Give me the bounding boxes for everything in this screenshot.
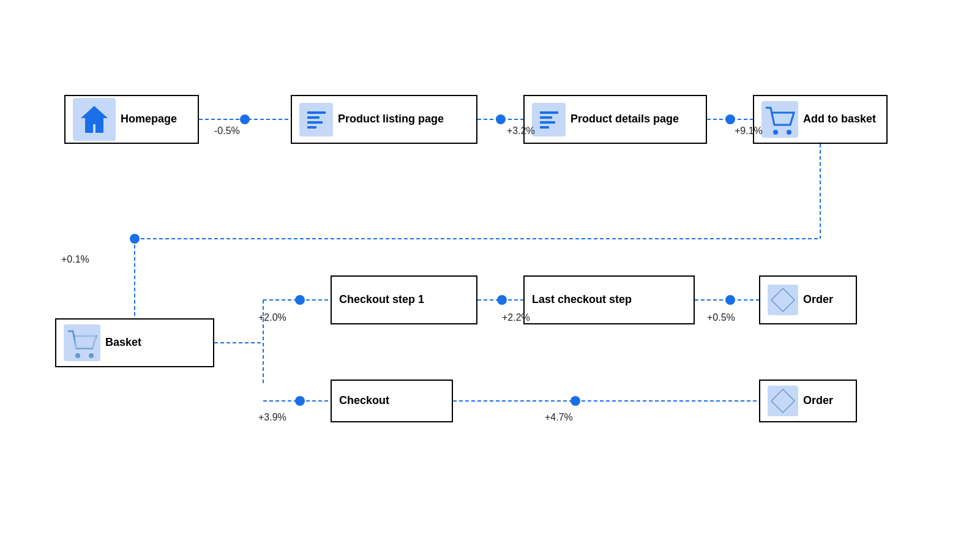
- pct-plp-pdp: +3.2%: [507, 125, 535, 137]
- dot-co-order2: [570, 396, 580, 406]
- dot-pdp-atb: [725, 114, 735, 124]
- connector-lines: [0, 0, 980, 535]
- svg-marker-13: [81, 106, 108, 133]
- product-details-icon: [532, 103, 566, 137]
- svg-marker-30: [771, 389, 795, 413]
- product-listing-label: Product listing page: [338, 113, 444, 126]
- checkout-label: Checkout: [339, 394, 389, 408]
- list-page-icon: [299, 103, 333, 137]
- product-details-node: Product details page: [523, 95, 707, 144]
- basket-icon: [64, 324, 100, 361]
- svg-rect-16: [307, 116, 320, 119]
- svg-point-25: [787, 130, 791, 135]
- pct-hp-plp: -0.5%: [214, 125, 240, 137]
- pct-co-order2: +4.7%: [545, 412, 573, 423]
- order2-node: Order: [759, 380, 857, 422]
- order2-icon: [768, 386, 798, 416]
- checkout-step1-node: Checkout step 1: [331, 275, 477, 324]
- add-to-basket-node: Add to basket: [753, 95, 888, 144]
- svg-marker-29: [771, 288, 795, 312]
- pct-basket-cs1: +2.0%: [258, 312, 286, 323]
- pct-basket-co: +3.9%: [258, 412, 286, 423]
- order1-icon: [768, 285, 798, 315]
- svg-rect-28: [75, 334, 96, 348]
- dot-basket-cs1: [295, 295, 305, 305]
- homepage-label: Homepage: [121, 113, 177, 126]
- product-details-label: Product details page: [570, 113, 679, 126]
- dot-basket-co: [295, 396, 305, 406]
- order1-label: Order: [803, 293, 833, 307]
- svg-rect-22: [540, 121, 555, 124]
- dot-hp-plp: [240, 114, 250, 124]
- pct-pdp-atb: +9.1%: [735, 125, 763, 137]
- checkout-step1-label: Checkout step 1: [339, 293, 424, 307]
- dot-plp-pdp: [496, 114, 506, 124]
- pct-cs1-lcs: +2.2%: [502, 312, 530, 323]
- svg-rect-23: [540, 126, 549, 129]
- order1-node: Order: [759, 275, 857, 324]
- homepage-node: Homepage: [64, 95, 199, 144]
- dot-atb-basket: [130, 234, 140, 244]
- add-to-basket-label: Add to basket: [803, 113, 876, 126]
- last-checkout-label: Last checkout step: [532, 293, 632, 307]
- dot-cs1-lcs: [497, 295, 507, 305]
- dot-lcs-order1: [725, 295, 735, 305]
- svg-rect-17: [307, 121, 323, 124]
- svg-rect-15: [307, 111, 326, 114]
- svg-rect-18: [307, 126, 316, 129]
- checkout-node: Checkout: [331, 380, 453, 422]
- basket-label: Basket: [105, 336, 141, 350]
- pct-atb-basket: +0.1%: [61, 254, 89, 265]
- svg-point-26: [75, 353, 80, 358]
- order2-label: Order: [803, 394, 833, 408]
- pct-lcs-order1: +0.5%: [707, 312, 735, 323]
- svg-rect-20: [540, 111, 558, 114]
- home-icon: [73, 98, 116, 141]
- basket-node: Basket: [55, 318, 214, 367]
- add-to-basket-icon: [761, 101, 798, 138]
- svg-point-24: [773, 130, 778, 135]
- product-listing-node: Product listing page: [291, 95, 477, 144]
- diagram-container: Homepage Product listing page Prod: [0, 0, 980, 535]
- svg-point-27: [89, 353, 94, 358]
- svg-rect-21: [540, 116, 552, 119]
- last-checkout-node: Last checkout step: [523, 275, 695, 324]
